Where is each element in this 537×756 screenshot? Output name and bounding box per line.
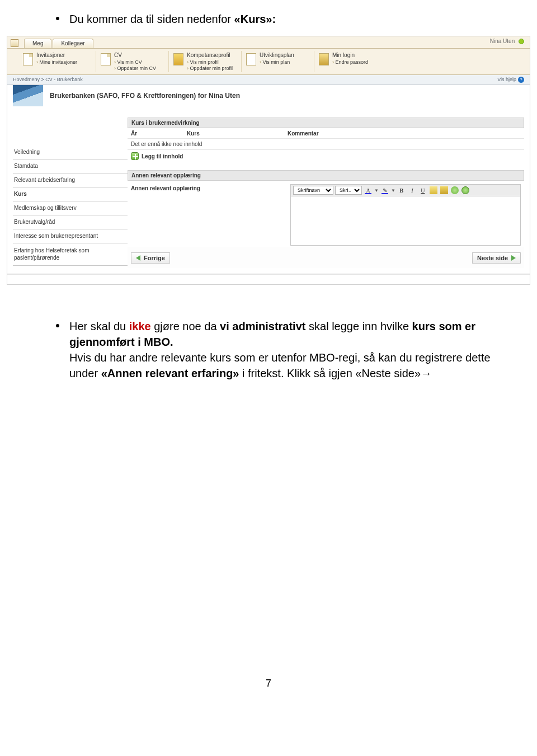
text-red-bold: ikke — [129, 320, 151, 332]
sidebar-item-arbeidserfaring[interactable]: Relevant arbeidserfaring — [13, 173, 128, 187]
dropdown-arrow-icon[interactable]: ▼ — [374, 188, 379, 193]
col-header-ar: År — [131, 130, 187, 137]
nav-link[interactable]: Vis min plan — [260, 59, 294, 65]
field-label: Annen relevant opplæring — [131, 184, 290, 191]
text-run: Her skal du — [69, 320, 129, 332]
banner-image-icon — [13, 85, 43, 106]
app-screenshot: Meg Kollegaer Nina Uten Invitasjoner Min… — [7, 36, 530, 285]
nav-bar: Invitasjoner Mine invitasjoner CV Vis mi… — [7, 49, 530, 75]
table-header: År Kurs Kommentar — [128, 128, 524, 139]
banner: Brukerbanken (SAFO, FFO & Kreftforeninge… — [13, 85, 530, 106]
sidebar: Veiledning Stamdata Relevant arbeidserfa… — [13, 118, 128, 268]
text-bold: «Kurs»: — [234, 13, 276, 25]
nav-group-cv: CV Vis min CV Oppdater min CV — [96, 51, 168, 72]
prev-label: Forrige — [144, 255, 165, 261]
text-run: gjøre noe da — [151, 320, 220, 332]
footer-strip — [7, 274, 530, 284]
kompetanse-icon — [173, 53, 183, 65]
cv-icon — [101, 53, 111, 65]
section-header-kurs: Kurs i brukermedvirkning — [128, 118, 524, 128]
bullet-text: Du kommer da til siden nedenfor «Kurs»: — [69, 11, 492, 27]
sidebar-item-erfaring[interactable]: Erfaring hos Helseforetak som pasient/på… — [13, 243, 128, 266]
nav-link[interactable]: Mine invitasjoner — [36, 59, 77, 65]
help-toggle[interactable]: Vis hjelp? — [497, 77, 524, 83]
col-header-kommentar: Kommentar — [288, 130, 521, 137]
text-run: i fritekst. Klikk så igjen «Neste side»→ — [239, 367, 432, 379]
user-icon — [451, 186, 459, 194]
plus-icon — [131, 152, 139, 160]
nav-title[interactable]: Utviklingsplan — [260, 52, 294, 58]
sidebar-item-interesse[interactable]: Interesse som brukerrepresentant — [13, 229, 128, 243]
next-label: Neste side — [477, 255, 508, 261]
text-bold: «Annen relevant erfaring» — [101, 367, 239, 379]
sidebar-item-kurs[interactable]: Kurs — [13, 187, 128, 201]
sidebar-item-stamdata[interactable]: Stamdata — [13, 159, 128, 173]
top-tab-row: Meg Kollegaer Nina Uten — [7, 36, 530, 49]
nav-title[interactable]: Min login — [332, 52, 368, 58]
invitasjoner-icon — [23, 53, 33, 65]
paste-button[interactable] — [429, 186, 438, 195]
sidebar-list: Veiledning Stamdata Relevant arbeidserfa… — [13, 145, 128, 266]
tab-kollegaer[interactable]: Kollegaer — [53, 39, 93, 48]
text-run: Du kommer da til siden nedenfor — [69, 13, 234, 25]
tab-meg[interactable]: Meg — [24, 39, 51, 48]
login-icon — [319, 53, 329, 65]
nav-link[interactable]: Vis min profil — [187, 59, 233, 65]
bullet-dot-icon — [56, 324, 59, 327]
rich-text-editor: Skriftnavn Skri… A ▼ ✎ ▼ B I U — [290, 184, 521, 246]
bullet-text: Her skal du ikke gjøre noe da vi adminis… — [69, 318, 492, 381]
font-size-select[interactable]: Skri… — [335, 186, 362, 195]
bold-button[interactable]: B — [397, 186, 406, 195]
sidebar-item-veiledning[interactable]: Veiledning — [13, 145, 128, 159]
main-panel: Kurs i brukermedvirkning År Kurs Komment… — [128, 118, 524, 268]
paste-special-button[interactable] — [440, 186, 449, 195]
nav-link[interactable]: Oppdater min CV — [114, 65, 156, 71]
page-number: 7 — [0, 678, 537, 689]
insert-button-2[interactable] — [461, 186, 470, 195]
nav-title[interactable]: Invitasjoner — [36, 52, 77, 58]
font-color-button[interactable]: A — [364, 186, 373, 195]
text-bold: vi administrativt — [220, 320, 305, 332]
nav-group-kompetanse: Kompetanseprofil Vis min profil Oppdater… — [168, 51, 241, 72]
banner-title: Brukerbanken (SAFO, FFO & Kreftforeninge… — [50, 92, 240, 100]
nav-title[interactable]: Kompetanseprofil — [187, 52, 233, 58]
add-content-button[interactable]: Legg til innhold — [128, 150, 524, 162]
nav-link[interactable]: Oppdater min profil — [187, 65, 233, 71]
nav-link[interactable]: Endre passord — [332, 59, 368, 65]
status-globe-icon[interactable] — [519, 39, 524, 44]
arrow-right-icon — [511, 255, 516, 261]
current-user: Nina Uten — [490, 38, 524, 44]
home-icon[interactable] — [11, 39, 18, 47]
dropdown-arrow-icon[interactable]: ▼ — [391, 188, 395, 193]
editor-textarea[interactable] — [290, 196, 521, 246]
clipboard-icon — [430, 186, 437, 194]
col-header-kurs: Kurs — [187, 130, 288, 137]
insert-button[interactable] — [450, 186, 459, 195]
user-icon — [461, 186, 469, 194]
editor-toolbar: Skriftnavn Skri… A ▼ ✎ ▼ B I U — [290, 184, 521, 196]
underline-button[interactable]: U — [418, 186, 427, 195]
font-name-select[interactable]: Skriftnavn — [293, 186, 333, 195]
help-label: Vis hjelp — [497, 77, 516, 82]
breadcrumb-row: Hovedmeny > CV - Brukerbank Vis hjelp? — [7, 75, 530, 85]
prev-button[interactable]: Forrige — [131, 252, 170, 264]
add-label: Legg til innhold — [142, 153, 183, 159]
highlight-color-button[interactable]: ✎ — [380, 186, 389, 195]
sidebar-item-brukerutvalg[interactable]: Brukerutvalg/råd — [13, 215, 128, 229]
breadcrumb[interactable]: Hovedmeny > CV - Brukerbank — [13, 77, 83, 83]
next-button[interactable]: Neste side — [472, 252, 521, 264]
sidebar-item-medlemskap[interactable]: Medlemskap og tillitsverv — [13, 201, 128, 215]
italic-button[interactable]: I — [408, 186, 417, 195]
nav-link[interactable]: Vis min CV — [114, 59, 156, 65]
work-area: Veiledning Stamdata Relevant arbeidserfa… — [7, 112, 530, 274]
nav-title[interactable]: CV — [114, 52, 156, 58]
arrow-left-icon — [136, 255, 140, 261]
user-name-text: Nina Uten — [490, 38, 515, 44]
section-header-annen: Annen relevant opplæring — [128, 170, 524, 181]
empty-message: Det er ennå ikke noe innhold — [128, 139, 524, 150]
clipboard-icon — [440, 186, 448, 194]
nav-group-login: Min login Endre passord — [314, 51, 387, 72]
nav-group-utvikling: Utviklingsplan Vis min plan — [241, 51, 314, 72]
field-row-annen: Annen relevant opplæring Skriftnavn Skri… — [128, 181, 524, 247]
bullet-item: Du kommer da til siden nedenfor «Kurs»: — [0, 0, 537, 32]
